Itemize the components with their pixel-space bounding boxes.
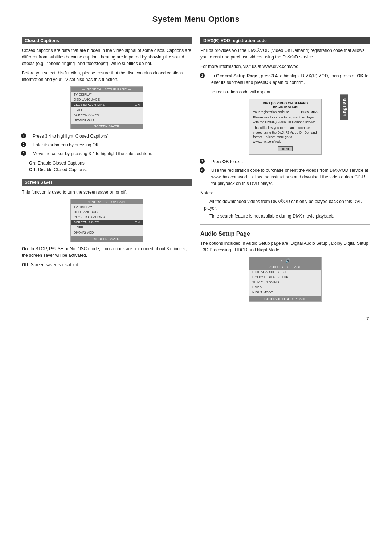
audio-icon-1: ♪: [280, 258, 282, 263]
audio-item-hdcd: HDCD: [249, 285, 321, 290]
menu-screen-2: — GENERAL SETUP PAGE — TV DISPLAY OSD LA…: [70, 199, 143, 242]
vod-done-button[interactable]: DONE: [278, 146, 293, 151]
menu-item-cc-off-sub: OFF: [71, 107, 143, 112]
menu-item-divx-vod-2: DIVX(R) VOD: [71, 230, 143, 235]
divx-step-2: 2 PressOK to exit.: [200, 158, 370, 165]
audio-screen-footer: GOTO AUDIO SETUP PAGE: [249, 296, 321, 301]
vod-screen-title: DIVX (R) VIDEO ON DEMAND REGISTRATION: [253, 101, 318, 109]
menu-item-osd-lang: OSD LANGUAGE: [71, 97, 143, 102]
closed-captions-section: Closed Captions Closed captions are data…: [22, 37, 192, 173]
menu-item-screen-saver-1: SCREEN SAVER: [71, 112, 143, 117]
divx-vod-section: DIVX(R) VOD registration code Philips pr…: [200, 37, 370, 219]
menu-item-tv-display: TV DISPLAY: [71, 92, 143, 97]
divx-vod-more-info: For more information, visit us at www.di…: [200, 63, 370, 70]
page-number: 31: [22, 316, 370, 321]
divx-step-3: 3 Use the registration code to purchase …: [200, 167, 370, 187]
on-off-labels: On: Enable Closed Captions. Off: Disable…: [22, 160, 192, 173]
audio-item-3d: 3D PROCESSING: [249, 280, 321, 285]
divx-vod-header: DIVX(R) VOD registration code: [200, 37, 370, 44]
screen-saver-section: Screen Saver This function is used to tu…: [22, 179, 192, 268]
closed-captions-header: Closed Captions: [22, 37, 192, 44]
audio-setup-intro: The options included in Audio Setup page…: [200, 240, 370, 253]
screen-saver-on-text: On: In STOP, PAUSE or No DISC mode, if n…: [22, 246, 192, 259]
left-column: Closed Captions Closed captions are data…: [22, 37, 192, 305]
divx-vod-intro: Philips provides you the DivX®VOD (Video…: [200, 47, 370, 60]
step-1: 1 Press 3 4 to highlight 'Closed Caption…: [22, 133, 192, 139]
divx-steps-2-3: 2 PressOK to exit. 3 Use the registratio…: [200, 158, 370, 187]
divx-step-1: 1 In General Setup Page , press3 4 to hi…: [200, 73, 370, 86]
menu-screen-1-title: — GENERAL SETUP PAGE —: [71, 87, 143, 92]
menu-screen-2-title: — GENERAL SETUP PAGE —: [71, 199, 143, 204]
audio-item-dolby: DOLBY DIGITAL SETUP: [249, 275, 321, 280]
main-content: Closed Captions Closed captions are data…: [22, 37, 370, 305]
menu-item-screen-saver-hl: SCREEN SAVER ON: [71, 220, 143, 225]
menu-item-divx-vod-1: DIVX(R) VOD: [71, 117, 143, 122]
step-2: 2 Enter its submenu by pressing OK: [22, 142, 192, 148]
closed-captions-steps: 1 Press 3 4 to highlight 'Closed Caption…: [22, 133, 192, 157]
vod-code-line: Your registration code is: BS!MB!HA: [253, 110, 318, 114]
vod-text-1: Please use this code to register this pl…: [253, 115, 318, 124]
language-tab: English: [340, 94, 348, 120]
note-2: — Time search feature is not available d…: [200, 213, 370, 219]
menu-item-closed-captions: CLOSED CAPTIONS ON: [71, 102, 143, 107]
menu-screen-1-footer: SCREEN SAVER: [71, 124, 143, 129]
audio-item-digital: DIGITAL AUDIO SETUP: [249, 270, 321, 275]
notes-header: Notes:: [200, 190, 370, 196]
menu-item-tv-display-2: TV DISPLAY: [71, 204, 143, 210]
menu-screen-2-footer: SCREEN SAVER: [71, 236, 143, 242]
audio-item-nightmode: NIGHT MODE: [249, 290, 321, 295]
vod-text-2: This will allow you to rent and purchase…: [253, 126, 318, 144]
page-title: System Menu Options: [22, 15, 370, 24]
screen-saver-intro: This function is used to turn the screen…: [22, 189, 192, 195]
closed-captions-ensure: Before you select this function, please …: [22, 70, 192, 83]
screen-saver-off-text: Off: Screen saver is disabled.: [22, 262, 192, 268]
title-divider: [22, 31, 370, 31]
menu-screen-1: — GENERAL SETUP PAGE — TV DISPLAY OSD LA…: [70, 86, 143, 129]
audio-icon-2: 🔊: [285, 258, 291, 263]
audio-setup-header: Audio Setup Page: [200, 231, 370, 237]
audio-setup-section: Audio Setup Page The options included in…: [200, 231, 370, 302]
audio-divider: [200, 224, 370, 225]
divx-steps: 1 In General Setup Page , press3 4 to hi…: [200, 73, 370, 86]
closed-captions-intro: Closed captions are data that are hidden…: [22, 47, 192, 67]
note-1: — All the downloaded videos from DivX®OD…: [200, 198, 370, 211]
menu-item-closed-captions-2: CLOSED CAPTIONS: [71, 215, 143, 220]
menu-item-osd-lang-2: OSD LANGUAGE: [71, 210, 143, 215]
step-3: 3 Move the cursor by pressing 3 4 to hig…: [22, 150, 192, 157]
menu-item-ss-off-sub: OFF: [71, 225, 143, 230]
screen-saver-header: Screen Saver: [22, 179, 192, 186]
vod-registration-screen: DIVX (R) VIDEO ON DEMAND REGISTRATION Yo…: [249, 99, 322, 155]
audio-screen-title: AUDIO SETUP PAGE: [249, 264, 321, 270]
audio-setup-screen: ♪ 🔊 AUDIO SETUP PAGE DIGITAL AUDIO SETUP…: [249, 257, 322, 302]
right-column: DIVX(R) VOD registration code Philips pr…: [200, 37, 370, 305]
audio-screen-icons: ♪ 🔊: [249, 257, 321, 264]
